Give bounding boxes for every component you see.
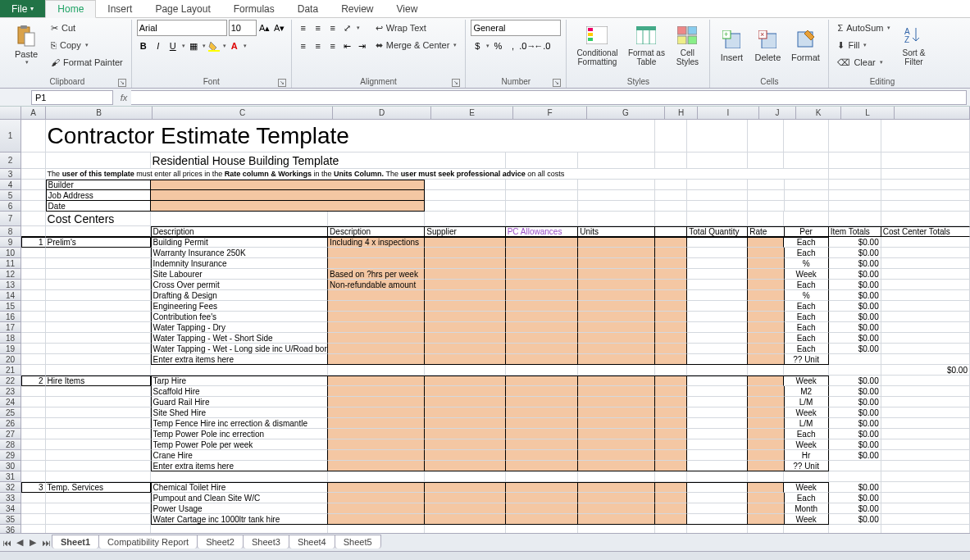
cell[interactable] [655,429,687,439]
row-header[interactable]: 10 [0,248,21,258]
cell[interactable]: Prelim's [46,237,151,248]
cell[interactable] [748,354,784,365]
cell[interactable] [46,418,151,429]
cell[interactable] [655,450,687,461]
cell[interactable] [829,169,881,180]
cell[interactable]: Water Tapping - Wet - Long side inc U/Ro… [151,344,329,354]
cell[interactable] [687,301,748,312]
cell[interactable] [655,418,687,429]
cell[interactable] [748,386,784,397]
cell[interactable] [578,439,655,450]
row-header[interactable]: 25 [0,407,21,418]
cell[interactable] [46,312,151,322]
cell[interactable]: Hr [785,450,829,461]
cell[interactable] [881,525,970,533]
cell[interactable] [748,344,784,354]
underline-button[interactable]: U [166,39,180,52]
cell[interactable] [328,312,425,322]
cell[interactable] [46,365,151,376]
cell[interactable] [881,258,970,269]
cell[interactable] [687,397,748,407]
row-header[interactable]: 18 [0,333,21,344]
cell[interactable] [506,514,579,525]
cell[interactable] [881,439,970,450]
cell[interactable] [506,439,579,450]
cell[interactable] [21,365,46,376]
fill-color-button[interactable] [207,39,221,52]
cell[interactable] [784,365,828,376]
cell[interactable] [506,322,579,333]
tab-nav-last-icon[interactable]: ⏭ [39,536,52,549]
cell[interactable]: Scaffold Hire [151,386,329,397]
cell[interactable]: Each [785,322,829,333]
cell[interactable]: Week [785,407,829,418]
cell[interactable]: ?? Unit [785,461,829,471]
cell[interactable]: L/M [785,397,829,407]
cell[interactable] [687,212,748,226]
cell[interactable] [46,290,151,301]
cell[interactable] [425,201,505,212]
cell[interactable]: $0.00 [829,386,881,397]
cell[interactable] [506,503,579,514]
cell[interactable] [829,525,881,533]
cell[interactable] [21,525,46,533]
cell[interactable] [784,153,828,169]
cell[interactable] [328,407,425,418]
cell[interactable]: L/M [785,418,829,429]
cell[interactable] [748,312,784,322]
col-header-A[interactable]: A [21,107,46,120]
cell[interactable] [748,525,784,533]
cell[interactable]: % [785,258,829,269]
cell[interactable] [881,503,970,514]
cell[interactable]: Based on ?hrs per week [328,269,425,280]
cell[interactable] [655,525,687,533]
cell[interactable] [21,493,46,503]
cell[interactable] [328,258,425,269]
cell[interactable] [829,461,881,471]
cell[interactable]: $0.00 [829,503,881,514]
number-format-select[interactable] [471,20,561,36]
cell[interactable]: Each [785,248,829,258]
cell[interactable] [881,153,970,169]
cell[interactable] [655,290,687,301]
decrease-font-icon[interactable]: A▾ [273,21,286,34]
cell[interactable] [748,429,784,439]
cell[interactable] [748,376,784,386]
cell[interactable]: Indemnity Insurance [151,258,329,269]
cell[interactable] [21,407,46,418]
increase-decimal-icon[interactable]: .0→ [521,39,534,52]
cell[interactable] [687,354,748,365]
cell[interactable] [748,120,784,153]
cell[interactable] [687,450,748,461]
cell[interactable] [425,290,505,301]
tab-view[interactable]: View [385,0,430,17]
cell[interactable] [578,429,655,439]
cell[interactable]: Temp. Services [46,482,151,493]
cell[interactable] [506,237,579,248]
format-painter-button[interactable]: 🖌Format Painter [48,54,126,71]
cell[interactable] [881,461,970,471]
cell[interactable]: $0.00 [829,439,881,450]
cell[interactable] [425,397,505,407]
cell[interactable] [578,418,655,429]
cell[interactable] [506,212,579,226]
cell[interactable] [748,212,784,226]
cell[interactable] [328,248,425,258]
cell[interactable] [46,514,151,525]
col-header-F[interactable]: F [513,107,587,120]
cell[interactable] [506,344,579,354]
cell[interactable]: $0.00 [829,514,881,525]
cell[interactable] [506,258,579,269]
align-bottom-icon[interactable]: ≡ [326,21,339,34]
cell[interactable] [655,376,687,386]
col-header-K[interactable]: K [796,107,841,120]
cell[interactable] [46,429,151,439]
cell[interactable] [687,525,748,533]
cell[interactable] [578,180,655,190]
cell[interactable]: Non-refundable amount [328,280,425,290]
tab-data[interactable]: Data [286,0,330,17]
cell[interactable]: Water Tapping - Dry [151,322,329,333]
font-name-select[interactable] [137,20,227,36]
cell[interactable]: % [785,290,829,301]
cell[interactable] [655,153,687,169]
